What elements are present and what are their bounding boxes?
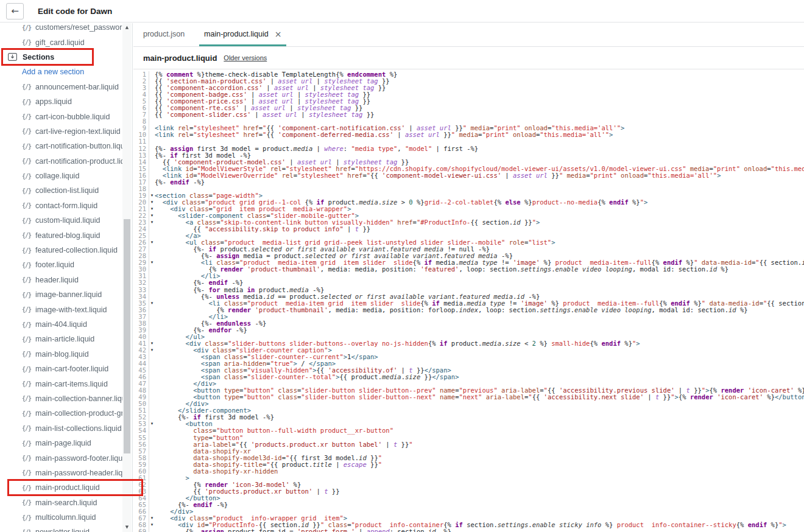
code-line[interactable]: 53▾ <button (133, 421, 804, 427)
fold-arrow-icon[interactable]: ▾ (149, 199, 155, 206)
older-versions-link[interactable]: Older versions (224, 54, 267, 61)
file-item-collage-liquid[interactable]: {/}collage.liquid (0, 169, 132, 183)
file-item-main-product-liquid[interactable]: {/}main-product.liquid (0, 480, 132, 495)
fold-arrow-icon[interactable]: ▾ (149, 212, 155, 219)
file-item-custom-liquid-liquid[interactable]: {/}custom-liquid.liquid (0, 213, 132, 228)
fold-arrow-icon[interactable]: ▾ (149, 340, 155, 347)
file-item-main-search-liquid[interactable]: {/}main-search.liquid (0, 495, 132, 510)
file-item-main-password-footer-liquid[interactable]: {/}main-password-footer.liquid (0, 450, 132, 465)
code-line[interactable]: 48 <button type="button" class="slider-b… (133, 387, 804, 394)
code-line[interactable]: 40 </ul> (133, 334, 804, 340)
code-line[interactable]: 35▾ <li class="product__media-item grid_… (133, 300, 804, 307)
code-line[interactable]: 42▾ <div class="slider-counter caption"> (133, 347, 804, 354)
fold-arrow-icon[interactable]: ▾ (149, 192, 155, 199)
tab-main-product-liquid[interactable]: main-product.liquid× (199, 23, 286, 46)
code-line[interactable]: 24 {{ "accessibility.skip_to_product_inf… (133, 226, 804, 233)
code-line[interactable]: 7{{ 'component-slider.css' | asset_url |… (133, 111, 804, 118)
file-item-main-collection-product-grid-liquid[interactable]: {/}main-collection-product-grid.liquid (0, 406, 132, 421)
code-line[interactable]: 21▾ <div class="grid__item product__medi… (133, 206, 804, 212)
file-item-announcement-bar-liquid[interactable]: {/}announcement-bar.liquid (0, 80, 132, 94)
code-line[interactable]: 69 {%- assign product_form_id = 'product… (133, 528, 804, 532)
fold-arrow-icon[interactable]: ▾ (149, 515, 155, 522)
back-button[interactable]: ← (6, 3, 24, 19)
file-item-featured-blog-liquid[interactable]: {/}featured-blog.liquid (0, 228, 132, 242)
file-item-main-page-liquid[interactable]: {/}main-page.liquid (0, 436, 132, 450)
code-line[interactable]: 37 </li> (133, 313, 804, 320)
code-line[interactable]: 62 {% render 'icon-3d-model' %} (133, 481, 804, 488)
code-line[interactable]: 38 {%- endunless -%} (133, 320, 804, 327)
sidebar-scrollbar[interactable]: ▲ ▼ (122, 23, 132, 532)
code-line[interactable]: 55 type="button" (133, 435, 804, 441)
code-line[interactable]: 13{%- if first_3d_model -%} (133, 152, 804, 159)
file-item-main-cart-footer-liquid[interactable]: {/}main-cart-footer.liquid (0, 362, 132, 376)
code-line[interactable]: 32 {%- endif -%} (133, 279, 804, 286)
file-item-main-list-collections-liquid[interactable]: {/}main-list-collections.liquid (0, 421, 132, 436)
close-icon[interactable]: × (275, 30, 282, 38)
fold-arrow-icon[interactable]: ▾ (149, 259, 155, 266)
code-line[interactable]: 34 {%- unless media.id == product.select… (133, 293, 804, 300)
code-line[interactable]: 22▾ <slider-component class="slider-mobi… (133, 212, 804, 219)
code-line[interactable]: 5{{ 'component-price.css' | asset_url | … (133, 98, 804, 105)
code-line[interactable]: 33 {%- for media in product.media -%} (133, 287, 804, 293)
sidebar-section-header[interactable]: Sections (0, 50, 132, 65)
code-line[interactable]: 52 {%- if first_3d_model -%} (133, 414, 804, 421)
code-line[interactable]: 29▾ <li class="product__media-item grid_… (133, 259, 804, 266)
file-item-main-article-liquid[interactable]: {/}main-article.liquid (0, 332, 132, 346)
scroll-up-icon[interactable]: ▲ (122, 24, 132, 32)
file-item-cart-icon-bubble-liquid[interactable]: {/}cart-icon-bubble.liquid (0, 109, 132, 124)
scroll-down-icon[interactable]: ▼ (122, 523, 132, 531)
file-item-newsletter-liquid[interactable]: {/}newsletter.liquid (0, 525, 132, 532)
code-line[interactable]: 43 <span class="slider-counter--current"… (133, 354, 804, 360)
code-line[interactable]: 63 {{ 'products.product.xr_button' | t }… (133, 488, 804, 495)
code-line[interactable]: 68▾ <div id="ProductInfo-{{ section.id }… (133, 522, 804, 528)
file-item-image-banner-liquid[interactable]: {/}image-banner.liquid (0, 287, 132, 302)
file-item-main-404-liquid[interactable]: {/}main-404.liquid (0, 317, 132, 332)
code-line[interactable]: 23▾ <a class="skip-to-content-link butto… (133, 219, 804, 226)
code-line[interactable]: 6{{ 'component-rte.css' | asset_url | st… (133, 105, 804, 111)
code-line[interactable]: 1{% comment %}theme-check-disable Templa… (133, 71, 804, 78)
code-line[interactable]: 3{{ 'component-accordion.css' | asset_ur… (133, 85, 804, 91)
code-line[interactable]: 20▾ <div class="product grid grid--1-col… (133, 199, 804, 206)
code-line[interactable]: 2{{ 'section-main-product.css' | asset_u… (133, 78, 804, 85)
fold-arrow-icon[interactable]: ▾ (149, 219, 155, 226)
file-item-multicolumn-liquid[interactable]: {/}multicolumn.liquid (0, 510, 132, 525)
file-item-header-liquid[interactable]: {/}header.liquid (0, 273, 132, 287)
code-line[interactable]: 56 aria-label="{{ 'products.product.xr_b… (133, 441, 804, 448)
file-item-cart-notification-product-liquid[interactable]: {/}cart-notification-product.liquid (0, 154, 132, 169)
code-line[interactable]: 46 <span class="slider-counter--total">{… (133, 374, 804, 380)
code-line[interactable]: 15 <link id="ModelViewerStyle" rel="styl… (133, 166, 804, 172)
code-line[interactable]: 44 <span aria-hidden="true"> / </span> (133, 360, 804, 367)
file-item-footer-liquid[interactable]: {/}footer.liquid (0, 257, 132, 272)
file-item-gift-card-liquid[interactable]: {/}gift_card.liquid (0, 35, 132, 49)
code-line[interactable]: 30 {% render 'product-thumbnail', media:… (133, 266, 804, 273)
code-line[interactable]: 66 </div> (133, 508, 804, 515)
code-line[interactable]: 18 (133, 186, 804, 192)
code-line[interactable]: 65 {%- endif -%} (133, 502, 804, 508)
code-line[interactable]: 11 (133, 138, 804, 145)
code-line[interactable]: 64 </button> (133, 495, 804, 502)
code-line[interactable]: 28 {%- assign media = product.selected_o… (133, 253, 804, 259)
code-line[interactable]: 39 {%- endfor -%} (133, 327, 804, 334)
file-item-image-with-text-liquid[interactable]: {/}image-with-text.liquid (0, 302, 132, 317)
code-line[interactable]: 54 class="button button--full-width prod… (133, 427, 804, 434)
code-line[interactable]: 51 </slider-component> (133, 407, 804, 414)
code-line[interactable]: 36 {% render 'product-thumbnail', media:… (133, 307, 804, 313)
file-item-contact-form-liquid[interactable]: {/}contact-form.liquid (0, 198, 132, 213)
code-line[interactable]: 50 </div> (133, 401, 804, 407)
code-line[interactable]: 31 </li> (133, 273, 804, 279)
code-line[interactable]: 59 data-shopify-title="{{ product.title … (133, 461, 804, 468)
code-line[interactable]: 8 (133, 118, 804, 125)
code-line[interactable]: 10<link rel="stylesheet" href="{{ 'compo… (133, 131, 804, 138)
fold-arrow-icon[interactable]: ▾ (149, 421, 155, 427)
add-new-section-link[interactable]: Add a new section (0, 65, 132, 79)
code-line[interactable]: 27 {%- if product.selected_or_first_avai… (133, 246, 804, 253)
file-item-main-blog-liquid[interactable]: {/}main-blog.liquid (0, 347, 132, 362)
code-line[interactable]: 14 {{ 'component-product-model.css' | as… (133, 159, 804, 166)
file-item-collection-list-liquid[interactable]: {/}collection-list.liquid (0, 183, 132, 198)
fold-arrow-icon[interactable]: ▾ (149, 206, 155, 212)
file-item-cart-live-region-text-liquid[interactable]: {/}cart-live-region-text.liquid (0, 124, 132, 139)
code-area[interactable]: 1{% comment %}theme-check-disable Templa… (133, 69, 804, 532)
file-item-main-collection-banner-liquid[interactable]: {/}main-collection-banner.liquid (0, 391, 132, 406)
fold-arrow-icon[interactable]: ▾ (149, 239, 155, 246)
code-line[interactable]: 19▾<section class="page-width"> (133, 192, 804, 199)
